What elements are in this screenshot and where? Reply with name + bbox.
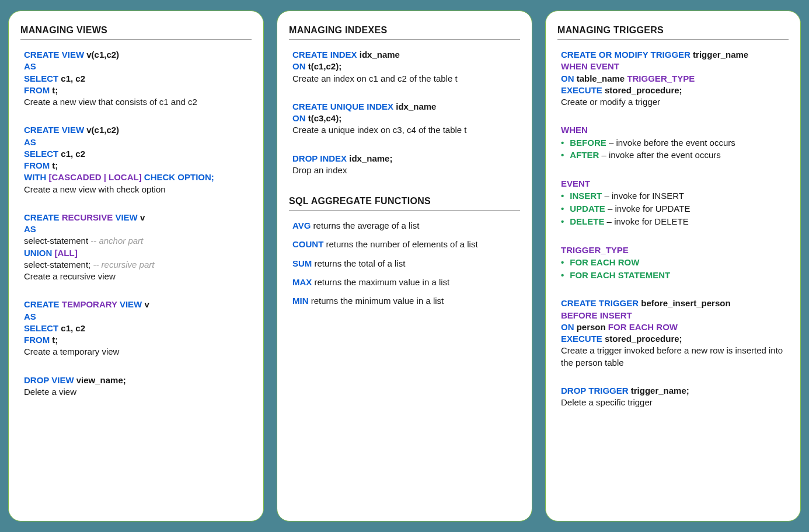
agg-sum: SUM returns the total of a list xyxy=(289,258,520,270)
code-block-drop-trigger: DROP TRIGGER trigger_name; Delete a spec… xyxy=(557,385,789,409)
agg-min: MIN returns the minimum value in a list xyxy=(289,295,520,307)
bullet-update: •UPDATE – invoke for UPDATE xyxy=(561,202,789,215)
section-title-indexes: MANAGING INDEXES xyxy=(289,25,520,40)
code-block-create-temp-view: CREATE TEMPORARY VIEW v AS SELECT c1, c2… xyxy=(20,299,252,358)
code-block-create-recursive-view: CREATE RECURSIVE VIEW v AS select-statem… xyxy=(20,212,252,283)
section-title-aggregate: SQL AGGREGATE FUNCTIONS xyxy=(289,196,520,211)
section-title-views: MANAGING VIEWS xyxy=(20,25,252,40)
bullet-insert: •INSERT – invoke for INSERT xyxy=(561,190,789,202)
bullet-before: •BEFORE – invoke before the event occurs xyxy=(561,136,789,149)
code-block-create-unique-index: CREATE UNIQUE INDEX idx_name ON t(c3,c4)… xyxy=(289,101,520,136)
section-title-triggers: MANAGING TRIGGERS xyxy=(557,25,789,40)
agg-avg: AVG returns the average of a list xyxy=(289,220,520,232)
when-list: WHEN •BEFORE – invoke before the event o… xyxy=(557,124,789,162)
bullet-each-stmt: •FOR EACH STATEMENT xyxy=(561,269,789,282)
code-block-create-trigger-example: CREATE TRIGGER before_insert_person BEFO… xyxy=(557,298,789,369)
trigger-type-list: TRIGGER_TYPE •FOR EACH ROW •FOR EACH STA… xyxy=(557,244,789,282)
bullet-delete: •DELETE – invoke for DELETE xyxy=(561,215,789,228)
code-block-create-view: CREATE VIEW v(c1,c2) AS SELECT c1, c2 FR… xyxy=(20,49,252,108)
code-block-create-modify-trigger: CREATE OR MODIFY TRIGGER trigger_name WH… xyxy=(557,49,789,108)
code-block-drop-index: DROP INDEX idx_name; Drop an index xyxy=(289,153,520,177)
bullet-each-row: •FOR EACH ROW xyxy=(561,256,789,269)
agg-max: MAX returns the maximum value in a list xyxy=(289,276,520,288)
event-list: EVENT •INSERT – invoke for INSERT •UPDAT… xyxy=(557,178,789,228)
code-block-drop-view: DROP VIEW view_name; Delete a view xyxy=(20,374,252,398)
card-views: MANAGING VIEWS CREATE VIEW v(c1,c2) AS S… xyxy=(8,10,264,522)
card-triggers: MANAGING TRIGGERS CREATE OR MODIFY TRIGG… xyxy=(545,10,801,522)
bullet-after: •AFTER – invoke after the event occurs xyxy=(561,149,789,162)
code-block-create-index: CREATE INDEX idx_name ON t(c1,c2); Creat… xyxy=(289,49,520,85)
code-block-create-view-check: CREATE VIEW v(c1,c2) AS SELECT c1, c2 FR… xyxy=(20,124,252,195)
agg-count: COUNT returns the number of elements of … xyxy=(289,239,520,250)
card-indexes: MANAGING INDEXES CREATE INDEX idx_name O… xyxy=(277,10,532,522)
